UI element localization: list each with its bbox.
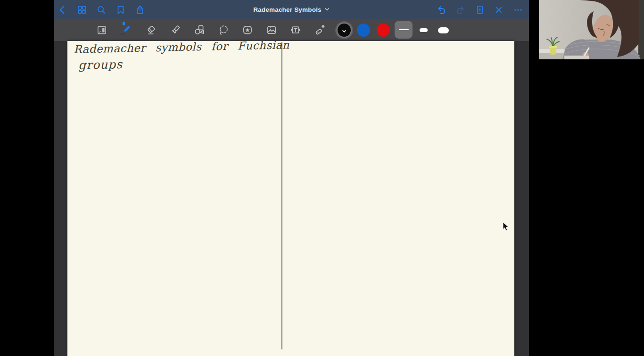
search-button[interactable] (96, 4, 107, 16)
sticker-star-icon (241, 24, 254, 36)
window-dark-edge (638, 0, 644, 59)
desk-edge (564, 56, 589, 59)
more-button[interactable] (512, 4, 524, 16)
add-page-button[interactable] (474, 4, 486, 16)
thick-stroke-icon (438, 27, 449, 33)
tool-image[interactable] (263, 21, 281, 39)
undo-icon (436, 5, 446, 15)
tools-toolbar (54, 19, 529, 41)
handwriting-line-1: Rademacher symbols for Fuchsian (74, 39, 289, 56)
tool-laser-pointer[interactable] (311, 21, 329, 39)
shapes-icon (193, 24, 206, 36)
document-title: Rademacher Symbols (253, 6, 322, 13)
fountain-pen-icon (119, 24, 132, 36)
redo-icon (455, 5, 466, 15)
documents-overview-button[interactable] (76, 4, 88, 16)
ink-color-black[interactable] (338, 24, 351, 37)
image-icon (265, 24, 278, 36)
notes-app-window: Rademacher Symbols (54, 0, 529, 356)
bookmark-button[interactable] (115, 4, 126, 16)
page-vertical-divider (281, 42, 282, 349)
close-button[interactable] (493, 4, 504, 16)
chevron-down-icon (324, 6, 330, 13)
close-icon (494, 5, 504, 15)
back-button[interactable] (57, 4, 68, 16)
tool-shapes[interactable] (190, 21, 208, 39)
tool-page-sidebar[interactable] (93, 21, 111, 39)
notebook-page-canvas[interactable]: Rademacher symbols for Fuchsian groups (67, 41, 514, 356)
stroke-width-thin[interactable] (395, 21, 413, 39)
undo-button[interactable] (436, 4, 447, 16)
title-bar: Rademacher Symbols (54, 0, 529, 19)
bookmark-icon (116, 5, 126, 15)
redo-button[interactable] (455, 4, 466, 16)
medium-stroke-icon (420, 28, 428, 32)
document-title-dropdown[interactable]: Rademacher Symbols (253, 0, 330, 19)
highlighter-icon (169, 24, 182, 36)
mouse-cursor (503, 222, 510, 232)
share-button[interactable] (134, 4, 146, 16)
document-grid-icon (77, 5, 87, 15)
search-icon (96, 5, 107, 15)
tool-text[interactable] (287, 21, 305, 39)
stroke-width-thick[interactable] (435, 25, 451, 35)
thin-stroke-icon (399, 29, 409, 31)
text-icon (289, 24, 302, 36)
tool-highlighter[interactable] (166, 21, 184, 39)
share-icon (135, 5, 145, 15)
webcam-frame (539, 0, 644, 59)
lasso-icon (217, 24, 230, 36)
webcam-video-overlay (539, 0, 644, 59)
page-sidebar-icon (96, 24, 108, 36)
tool-elements[interactable] (239, 21, 256, 39)
stage: Rademacher Symbols (0, 0, 644, 356)
stroke-width-medium[interactable] (415, 26, 431, 34)
ink-color-blue[interactable] (357, 24, 370, 37)
add-page-icon (475, 5, 485, 15)
ink-color-red[interactable] (377, 24, 390, 37)
eraser-icon (145, 24, 157, 36)
more-ellipsis-icon (513, 5, 523, 15)
tool-eraser[interactable] (142, 21, 160, 39)
tool-lasso[interactable] (215, 21, 232, 39)
pen-options-indicator (123, 22, 125, 25)
laser-pointer-icon (314, 24, 326, 36)
tool-pen[interactable] (116, 21, 134, 39)
color-chevron-icon (342, 26, 347, 35)
back-chevron-icon (58, 5, 68, 15)
handwriting-line-2: groups (78, 57, 123, 72)
